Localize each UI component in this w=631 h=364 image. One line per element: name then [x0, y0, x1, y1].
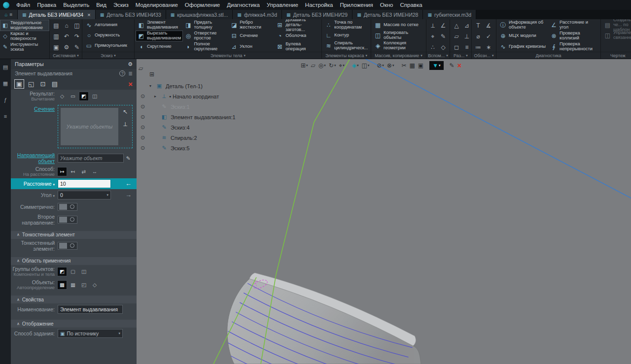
panel-tab-icon[interactable]: ƒ: [1, 96, 10, 104]
ribbon-button[interactable]: ⊗ Проверка коллизий: [549, 31, 599, 41]
menu-item[interactable]: Моделирование: [132, 0, 181, 10]
ribbon-button[interactable]: ⊕ МЦХ модели: [498, 31, 548, 41]
document-tab[interactable]: ▦ крышкафляжка3.stl...: [166, 10, 233, 19]
viewport-tool-button[interactable]: ▦: [408, 61, 417, 70]
system-tool-icon[interactable]: ▤: [52, 21, 61, 30]
ribbon-group-label[interactable]: Чертеж: [601, 52, 631, 59]
ribbon-group-label[interactable]: Системная▾: [50, 52, 82, 59]
section-drop-area[interactable]: Укажите объекты: [61, 108, 118, 145]
help-icon[interactable]: ?: [119, 70, 125, 76]
viewport-tool-button[interactable]: ↻ ▾: [327, 61, 338, 70]
viewport-tool-button[interactable]: ◎ ▾: [317, 61, 327, 70]
system-tool-icon[interactable]: ⚙: [62, 43, 71, 51]
thin-wall-section-header[interactable]: ∧Тонкостенный элемент: [11, 231, 137, 239]
display-method-select[interactable]: ▣ По источнику ▾: [58, 329, 123, 338]
menu-item[interactable]: Приложения: [336, 0, 376, 10]
panel-tab-icon[interactable]: ▦: [1, 79, 10, 88]
ribbon-button[interactable]: ∿ График кривизны: [498, 42, 548, 52]
method-option-icon[interactable]: ↦: [58, 167, 67, 176]
visibility-eye-icon[interactable]: ⊙: [139, 145, 146, 151]
tab-close-icon[interactable]: ×: [87, 12, 90, 18]
scope-section-header[interactable]: ∧Область применения: [11, 257, 137, 265]
ribbon-button[interactable]: ◩ Вырезать выдавливанием: [136, 31, 182, 41]
notation-tool-icon[interactable]: ∡: [484, 21, 493, 30]
partition-tool-icon[interactable]: △: [452, 21, 461, 30]
notation-tool-icon[interactable]: ∗: [484, 43, 493, 51]
tree-item[interactable]: ⊙ ✎ Эскиз:5: [139, 143, 236, 153]
feature-tool-icon[interactable]: ◱: [27, 80, 35, 88]
viewport-tool-button[interactable]: ▼ ▾: [429, 61, 443, 70]
object-option-icon[interactable]: ◰: [79, 281, 88, 289]
visibility-eye-icon[interactable]: ⊙: [139, 124, 146, 131]
ribbon-button[interactable]: ⊠ Булева операция: [275, 42, 320, 52]
pencil-icon[interactable]: ✎: [124, 154, 133, 162]
ribbon-group-label[interactable]: Эскиз▾: [82, 52, 134, 59]
ribbon-button[interactable]: ◗ Полное скругление: [183, 42, 228, 52]
visibility-eye-icon[interactable]: ⊙: [139, 93, 146, 99]
object-option-icon[interactable]: ▩: [58, 281, 67, 289]
ribbon-button[interactable]: ∴ Точка по координатам: [323, 20, 369, 30]
ribbon-button[interactable]: ○ Окружность: [84, 31, 133, 40]
ribbon-button[interactable]: ∮ Проверка непрерывности: [549, 42, 599, 52]
notation-tool-icon[interactable]: ⌀: [474, 32, 483, 40]
distance-label[interactable]: Расстояние ▾: [11, 181, 58, 187]
ribbon-button[interactable]: ▦ Массив по сетке: [373, 20, 424, 30]
second-direction-toggle[interactable]: [58, 216, 77, 224]
partition-tool-icon[interactable]: ⊥: [462, 32, 471, 40]
thin-wall-toggle[interactable]: [58, 242, 77, 250]
section-tool-icon[interactable]: ⟂: [121, 120, 130, 129]
ribbon-button[interactable]: ≋ Спираль цилиндрическ...: [323, 41, 369, 51]
tree-item[interactable]: ▾ ▣ Деталь (Тел-1): [139, 81, 236, 91]
result-option-icon[interactable]: ▭: [69, 92, 77, 100]
ribbon-button[interactable]: ▤ Создать че... по шаблон: [602, 20, 631, 30]
ribbon-group-label[interactable]: Вспом...▾: [426, 52, 450, 59]
dropdown-caret-icon[interactable]: ▾: [105, 193, 108, 197]
auxiliary-tool-icon[interactable]: ⌖: [428, 32, 437, 40]
ribbon-group-label[interactable]: Элементы каркаса▾: [322, 52, 371, 59]
document-tab[interactable]: ▦ Деталь БЕЗ ИМЕНИ29: [282, 10, 352, 19]
ribbon-button[interactable]: ▭ Прямоугольник: [84, 41, 133, 51]
auxiliary-tool-icon[interactable]: ⟂: [428, 21, 437, 30]
ribbon-button[interactable]: ⓘ Информация об объекте: [498, 20, 548, 30]
ribbon-mode-button[interactable]: ◇ Каркас и поверхности: [0, 31, 49, 41]
guide-object-input[interactable]: Укажите объект: [58, 154, 124, 163]
notation-tool-icon[interactable]: ✓: [484, 32, 493, 40]
menu-item[interactable]: Правка: [34, 0, 60, 10]
feature-tool-icon[interactable]: ⊡: [38, 80, 47, 88]
group-option-icon[interactable]: ▢: [69, 267, 77, 276]
ribbon-button[interactable]: ◫ Управлени... связанным...: [602, 31, 631, 40]
feature-tool-icon[interactable]: ▤: [50, 80, 59, 88]
menu-item[interactable]: Эскиз: [110, 0, 132, 10]
viewport-tool-button[interactable]: ◫ ▾: [360, 61, 371, 70]
symmetric-toggle[interactable]: [58, 203, 77, 211]
menu-item[interactable]: Выделить: [60, 0, 93, 10]
ribbon-button[interactable]: ⊿ Уклон: [229, 42, 274, 52]
viewport-tool-button[interactable]: ▱: [310, 61, 317, 70]
menu-item[interactable]: Справка: [396, 0, 425, 10]
viewport-float-icon-1[interactable]: ▱: [139, 65, 143, 72]
group-option-icon[interactable]: ◩: [58, 267, 67, 276]
direction-arrow-icon[interactable]: ←: [125, 180, 133, 187]
ribbon-button[interactable]: ◫ Копировать объекты: [373, 31, 424, 40]
notation-tool-icon[interactable]: ≔: [474, 43, 483, 51]
tree-item[interactable]: ⊙ ◧ Элемент выдавливания:1: [139, 112, 236, 122]
visibility-eye-icon[interactable]: ⊙: [139, 103, 146, 110]
viewport-tool-button[interactable]: ×: [456, 61, 463, 70]
properties-section-header[interactable]: ∧Свойства: [11, 296, 137, 303]
method-option-icon[interactable]: ⇄: [79, 167, 88, 176]
tree-item[interactable]: ⊙ ✎ Эскиз:4: [139, 122, 236, 132]
system-tool-icon[interactable]: ◫: [72, 21, 81, 30]
ribbon-button[interactable]: ∟ Контур: [323, 31, 369, 40]
gear-icon[interactable]: ⚙: [128, 61, 133, 67]
system-tool-icon[interactable]: ⌂: [62, 21, 71, 30]
ribbon-button[interactable]: ⊞ Добавить деталь-заготов...: [275, 20, 320, 30]
expand-arrow-icon[interactable]: ▸: [154, 94, 159, 99]
menu-item[interactable]: Оформление: [181, 0, 223, 10]
viewport-tool-button[interactable]: ⊞ ▾: [299, 61, 310, 70]
menu-item[interactable]: Файл: [13, 0, 34, 10]
menu-item[interactable]: Вид: [93, 0, 110, 10]
result-option-icon[interactable]: ◩: [79, 92, 88, 100]
menu-item[interactable]: Диагностика: [223, 0, 263, 10]
panel-tab-icon[interactable]: ≡: [1, 112, 10, 120]
section-tool-icon[interactable]: ↖: [121, 108, 130, 116]
